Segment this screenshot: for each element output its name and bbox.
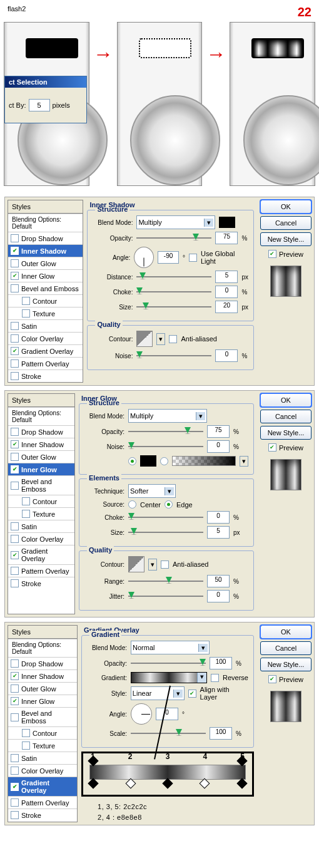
style-item-outer-glow[interactable]: Outer Glow	[8, 450, 74, 463]
style-item-pattern-overlay[interactable]: Pattern Overlay	[8, 796, 77, 809]
style-item-gradient-overlay[interactable]: Gradient Overlay	[8, 777, 77, 796]
source-edge-radio[interactable]	[165, 500, 173, 509]
style-item-drop-shadow[interactable]: Drop Shadow	[8, 657, 77, 669]
style-item-bevel-and-emboss[interactable]: Bevel and Emboss	[8, 707, 77, 726]
style-item-gradient-overlay[interactable]: Gradient Overlay	[8, 344, 83, 357]
style-item-pattern-overlay[interactable]: Pattern Overlay	[8, 357, 83, 369]
style-item-contour[interactable]: Contour	[8, 726, 77, 739]
style-checkbox[interactable]	[22, 729, 30, 737]
choke-slider[interactable]	[136, 287, 211, 296]
chevron-down-icon[interactable]: ▾	[240, 456, 248, 467]
distance-slider[interactable]	[136, 272, 211, 281]
style-item-stroke[interactable]: Stroke	[8, 577, 74, 589]
style-checkbox[interactable]	[11, 754, 19, 762]
global-light-checkbox[interactable]	[189, 254, 197, 262]
style-checkbox[interactable]	[11, 482, 19, 490]
style-item-color-overlay[interactable]: Color Overlay	[8, 764, 77, 777]
new-style-button[interactable]: New Style...	[260, 658, 311, 671]
style-select[interactable]: Linear▾	[131, 686, 185, 700]
size-input[interactable]: 5	[207, 526, 230, 539]
preview-checkbox[interactable]	[268, 443, 276, 452]
reverse-checkbox[interactable]	[211, 674, 219, 682]
style-item-drop-shadow[interactable]: Drop Shadow	[8, 232, 83, 244]
angle-input[interactable]: 0	[156, 708, 178, 720]
opacity-input[interactable]: 75	[215, 232, 238, 244]
style-item-texture[interactable]: Texture	[8, 507, 74, 520]
color-stop[interactable]	[236, 778, 247, 789]
style-item-bevel-and-emboss[interactable]: Bevel and Emboss	[8, 282, 83, 294]
style-item-inner-glow[interactable]: Inner Glow	[8, 269, 83, 282]
style-checkbox[interactable]	[11, 359, 19, 368]
opacity-slider[interactable]	[136, 234, 211, 242]
color-stop[interactable]	[200, 778, 210, 789]
style-checkbox[interactable]	[11, 465, 19, 473]
style-checkbox[interactable]	[11, 783, 19, 791]
size-slider[interactable]	[136, 302, 211, 311]
anti-aliased-checkbox[interactable]	[161, 561, 169, 569]
noise-slider[interactable]	[136, 351, 211, 360]
jitter-input[interactable]: 0	[207, 590, 230, 602]
style-checkbox[interactable]	[11, 522, 19, 530]
contract-by-input[interactable]	[29, 99, 50, 111]
choke-input[interactable]: 0	[215, 286, 238, 298]
style-checkbox[interactable]	[22, 741, 30, 750]
glow-gradient-picker[interactable]	[172, 456, 236, 466]
noise-input[interactable]: 0	[215, 349, 238, 362]
choke-input[interactable]: 0	[207, 511, 230, 524]
style-checkbox[interactable]	[22, 497, 30, 505]
style-checkbox[interactable]	[11, 247, 19, 255]
ok-button[interactable]: OK	[260, 200, 311, 214]
style-checkbox[interactable]	[11, 798, 19, 807]
style-checkbox[interactable]	[11, 713, 19, 721]
size-slider[interactable]	[128, 528, 203, 537]
blending-options[interactable]: Blending Options: Default	[8, 214, 83, 232]
blend-mode-select[interactable]: Multiply▾	[128, 409, 207, 423]
style-checkbox[interactable]	[11, 322, 19, 330]
blend-mode-select[interactable]: Multiply▾	[136, 215, 215, 229]
range-input[interactable]: 50	[207, 575, 230, 587]
style-item-stroke[interactable]: Stroke	[8, 809, 77, 821]
style-checkbox[interactable]	[11, 685, 19, 693]
chevron-down-icon[interactable]: ▾	[156, 333, 165, 345]
ok-button[interactable]: OK	[260, 393, 311, 407]
style-checkbox[interactable]	[11, 334, 19, 343]
blending-options[interactable]: Blending Options: Default	[8, 639, 77, 657]
style-checkbox[interactable]	[11, 811, 19, 819]
style-checkbox[interactable]	[11, 234, 19, 242]
opacity-input[interactable]: 100	[210, 657, 232, 669]
gradient-picker[interactable]: ▾	[131, 672, 207, 683]
cancel-button[interactable]: Cancel	[260, 410, 311, 423]
size-input[interactable]: 20	[215, 301, 238, 313]
angle-dial[interactable]	[134, 247, 154, 268]
style-checkbox[interactable]	[11, 440, 19, 448]
jitter-slider[interactable]	[128, 592, 203, 601]
gradient-bar[interactable]	[89, 765, 246, 780]
style-checkbox[interactable]	[11, 259, 19, 267]
solid-color-radio[interactable]	[128, 457, 136, 465]
style-item-outer-glow[interactable]: Outer Glow	[8, 257, 83, 269]
style-item-inner-shadow[interactable]: Inner Shadow	[8, 669, 77, 682]
contour-picker[interactable]	[136, 331, 153, 347]
style-checkbox[interactable]	[11, 672, 19, 680]
style-item-stroke[interactable]: Stroke	[8, 369, 83, 382]
style-checkbox[interactable]	[11, 659, 19, 668]
contour-picker[interactable]	[128, 556, 144, 572]
style-item-satin[interactable]: Satin	[8, 752, 77, 764]
style-checkbox[interactable]	[11, 272, 19, 280]
color-stop[interactable]	[125, 778, 136, 789]
new-style-button[interactable]: New Style...	[260, 232, 311, 246]
scale-input[interactable]: 100	[210, 727, 232, 740]
opacity-stop[interactable]	[88, 756, 99, 767]
noise-input[interactable]: 0	[207, 440, 230, 453]
style-item-texture[interactable]: Texture	[8, 739, 77, 752]
style-item-texture[interactable]: Texture	[8, 307, 83, 319]
style-checkbox[interactable]	[11, 767, 19, 775]
opacity-slider[interactable]	[131, 659, 206, 668]
gradient-radio[interactable]	[160, 457, 168, 465]
angle-input[interactable]: -90	[158, 251, 179, 264]
style-checkbox[interactable]	[11, 551, 19, 559]
distance-input[interactable]: 5	[215, 271, 238, 283]
style-item-color-overlay[interactable]: Color Overlay	[8, 332, 83, 344]
scale-slider[interactable]	[131, 729, 206, 738]
style-checkbox[interactable]	[11, 567, 19, 575]
